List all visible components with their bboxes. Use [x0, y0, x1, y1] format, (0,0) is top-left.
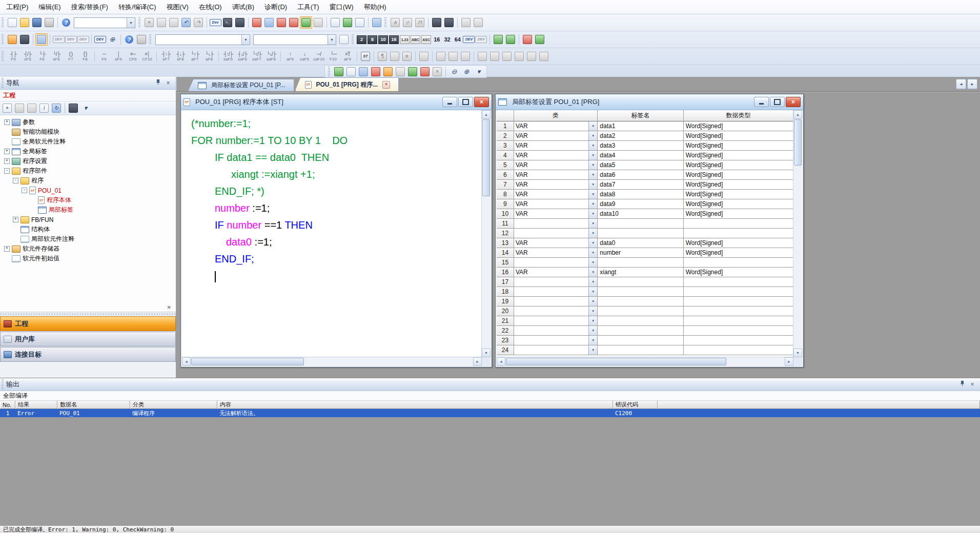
- data-type-cell[interactable]: Word[Signed]: [684, 141, 793, 151]
- label-name-cell[interactable]: number: [598, 248, 683, 258]
- grid-corner-cell[interactable]: [497, 110, 514, 121]
- watch-start-icon[interactable]: [460, 16, 472, 29]
- label-vertical-scrollbar[interactable]: ▲ ▼: [793, 110, 802, 357]
- undo-icon[interactable]: ↶: [180, 16, 192, 29]
- dropdown-icon[interactable]: ▼: [588, 306, 597, 316]
- device-comment-pair-icon[interactable]: [389, 50, 401, 63]
- scroll-left-icon[interactable]: ◄: [182, 357, 191, 366]
- tree-item-全局软元件注释[interactable]: +全局软元件注释: [0, 137, 176, 147]
- program-check-icon[interactable]: [329, 16, 341, 29]
- nav-view-button-工程[interactable]: 工程: [0, 316, 176, 331]
- label-name-cell[interactable]: [598, 277, 683, 287]
- class-cell[interactable]: ▼: [514, 277, 598, 287]
- dropdown-icon[interactable]: ▼: [588, 277, 597, 286]
- minimize-button[interactable]: [754, 97, 769, 107]
- row-number-cell[interactable]: 3: [497, 141, 514, 151]
- nav-property-icon[interactable]: i: [38, 102, 50, 114]
- scroll-left-icon[interactable]: ◄: [497, 357, 505, 366]
- chevron-more-icon[interactable]: »: [167, 303, 171, 311]
- redo-icon[interactable]: ↷: [192, 16, 205, 29]
- output-column-结果[interactable]: 结果: [15, 401, 57, 409]
- output-column-No.[interactable]: No.: [0, 401, 15, 409]
- tree-item-智能功能模块[interactable]: +智能功能模块: [0, 127, 176, 137]
- tab-scroll-right-icon[interactable]: ►: [967, 79, 977, 89]
- data-type-cell[interactable]: Word[Signed]: [684, 131, 793, 141]
- label-name-cell[interactable]: [598, 258, 683, 268]
- device-skip-icon[interactable]: [534, 33, 546, 46]
- st-horizontal-scrollbar[interactable]: ◄ ►: [182, 357, 482, 366]
- tab-scroll-left-icon[interactable]: ◄: [956, 79, 966, 89]
- output-column-内容[interactable]: 内容: [217, 401, 613, 409]
- copy-icon[interactable]: [155, 16, 168, 29]
- device-skip-back-icon[interactable]: [521, 33, 534, 46]
- tree-item-参数[interactable]: +参数: [0, 117, 176, 127]
- data-type-cell[interactable]: Word[Signed]: [684, 121, 793, 131]
- crossref-icon[interactable]: ⊕: [106, 33, 118, 46]
- close-button[interactable]: ×: [474, 97, 489, 107]
- program-doc-icon[interactable]: [354, 16, 366, 29]
- data-type-cell[interactable]: [684, 306, 793, 316]
- device-memory-icon[interactable]: DEV: [65, 33, 77, 46]
- project-data-combo[interactable]: ▼: [74, 17, 135, 28]
- dropdown-icon[interactable]: ▼: [588, 238, 597, 248]
- print-icon[interactable]: [43, 16, 55, 29]
- label-name-cell[interactable]: data3: [598, 141, 683, 151]
- tree-item-FB/FUN[interactable]: +FB/FUN: [0, 215, 176, 224]
- display-dec-icon[interactable]: 10: [378, 35, 388, 44]
- ladder-rising-pulse-close-branch-button[interactable]: └↑/├saF7: [250, 50, 264, 64]
- label-name-cell[interactable]: [598, 326, 683, 336]
- statement-display-icon[interactable]: [504, 33, 517, 46]
- label-name-cell[interactable]: [598, 287, 683, 297]
- find-doc-red-icon[interactable]: [370, 66, 382, 78]
- monitor-window-icon[interactable]: [371, 16, 383, 29]
- data-type-cell[interactable]: Word[Signed]: [684, 190, 793, 199]
- ladder-coil-button[interactable]: ( )F7: [64, 50, 78, 64]
- nav-sort-drop-icon[interactable]: ▾: [79, 102, 92, 114]
- row-number-cell[interactable]: 5: [497, 160, 514, 170]
- column-header-标签名[interactable]: 标签名: [598, 110, 683, 121]
- nav-view-button-用户库[interactable]: 用户库: [0, 332, 176, 346]
- st-vertical-scrollbar[interactable]: ▲ ▼: [481, 110, 491, 357]
- label-name-cell[interactable]: [598, 306, 683, 316]
- column-header-数据类型[interactable]: 数据类型: [684, 110, 793, 121]
- label-name-cell[interactable]: data4: [598, 151, 683, 160]
- dropdown-icon[interactable]: ▼: [588, 190, 597, 199]
- data-type-cell[interactable]: Word[Signed]: [684, 180, 793, 190]
- row-number-cell[interactable]: 18: [497, 287, 514, 297]
- ladder-delete-line-button[interactable]: ─/caF10: [312, 50, 326, 64]
- output-column-分类[interactable]: 分类: [130, 401, 217, 409]
- word-16-icon[interactable]: 16: [432, 36, 442, 43]
- dropdown-icon[interactable]: ▼: [588, 141, 597, 150]
- watch-register-icon[interactable]: ∧: [389, 16, 401, 29]
- ladder-falling-pulse-button[interactable]: ┤↓├sF8: [173, 50, 188, 64]
- toolbar-grip[interactable]: [328, 67, 330, 77]
- ladder-horizontal-line-button[interactable]: ─F9: [97, 50, 111, 64]
- row-number-cell[interactable]: 24: [497, 345, 514, 355]
- row-number-cell[interactable]: 19: [497, 297, 514, 306]
- dropdown-icon[interactable]: ▼: [588, 229, 597, 238]
- open-project-icon[interactable]: [18, 16, 31, 29]
- inline-st-icon[interactable]: ST: [359, 50, 372, 63]
- menu-item-8[interactable]: 诊断(D): [259, 1, 292, 13]
- label-name-cell[interactable]: [598, 345, 683, 355]
- menu-item-6[interactable]: 在线(O): [194, 1, 227, 13]
- ladder-falling-pulse-branch-button[interactable]: └↓├aF8: [202, 50, 216, 64]
- device-init-icon[interactable]: DEV: [77, 33, 89, 46]
- class-cell[interactable]: ▼: [514, 345, 598, 355]
- row-number-cell[interactable]: 14: [497, 248, 514, 258]
- monitor-mode-icon[interactable]: [300, 16, 312, 29]
- data-type-cell[interactable]: Word[Signed]: [684, 151, 793, 160]
- dropdown-icon[interactable]: ▼: [588, 131, 597, 140]
- watch-pulse-icon[interactable]: ⊓: [414, 16, 426, 29]
- tree-expander-icon[interactable]: -: [4, 168, 10, 174]
- data-type-cell[interactable]: Word[Signed]: [684, 199, 793, 209]
- more-options-icon[interactable]: ▾: [473, 66, 485, 78]
- intelligent-tool-icon[interactable]: [234, 16, 246, 29]
- scroll-up-icon[interactable]: ▲: [793, 110, 802, 119]
- statement-list-icon[interactable]: [435, 50, 447, 63]
- dropdown-icon[interactable]: ▼: [588, 209, 597, 218]
- tree-expander-icon[interactable]: -: [22, 188, 27, 193]
- scroll-right-icon[interactable]: ►: [785, 357, 793, 366]
- watch-stop-icon[interactable]: [472, 16, 484, 29]
- row-number-cell[interactable]: 15: [497, 258, 514, 268]
